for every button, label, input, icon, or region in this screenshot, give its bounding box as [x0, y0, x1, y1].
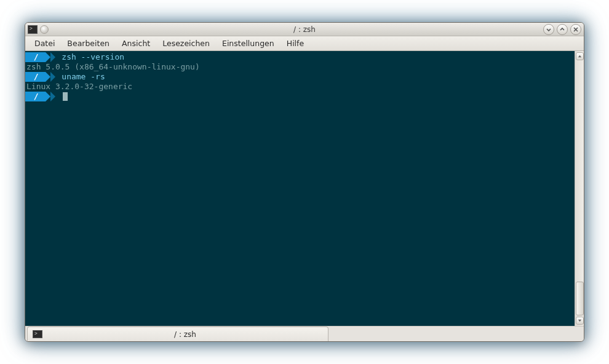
- scrollbar[interactable]: [575, 51, 584, 326]
- command-text: [57, 92, 62, 101]
- prompt-segment: /: [25, 52, 55, 62]
- close-button[interactable]: [570, 24, 581, 35]
- menu-datei[interactable]: Datei: [29, 37, 60, 50]
- terminal-window: / : zsh Datei Bearbeiten Ansicht Lesezei…: [25, 22, 584, 342]
- scroll-track[interactable]: [576, 60, 584, 317]
- maximize-button[interactable]: [557, 24, 568, 35]
- window-title: / : zsh: [25, 25, 584, 34]
- prompt-segment: /: [25, 92, 55, 101]
- scroll-thumb[interactable]: [576, 282, 584, 315]
- terminal-line: zsh 5.0.5 (x86_64-unknown-linux-gnu): [25, 62, 573, 72]
- titlebar[interactable]: / : zsh: [25, 23, 584, 36]
- command-text: zsh --version: [57, 52, 124, 62]
- tab-active[interactable]: / : zsh: [27, 326, 328, 341]
- menu-lesezeichen[interactable]: Lesezeichen: [157, 37, 215, 50]
- app-icon: [28, 25, 38, 34]
- output-text: zsh 5.0.5 (x86_64-unknown-linux-gnu): [25, 62, 200, 72]
- menubar: Datei Bearbeiten Ansicht Lesezeichen Ein…: [25, 36, 584, 51]
- terminal-output[interactable]: / zsh --versionzsh 5.0.5 (x86_64-unknown…: [25, 51, 575, 326]
- menu-hilfe[interactable]: Hilfe: [281, 37, 309, 50]
- pin-icon[interactable]: [40, 25, 49, 34]
- main-area: / zsh --versionzsh 5.0.5 (x86_64-unknown…: [25, 51, 584, 326]
- tab-icon: [33, 330, 42, 338]
- command-text: uname -rs: [57, 72, 105, 82]
- menu-einstellungen[interactable]: Einstellungen: [217, 37, 280, 50]
- terminal-line: / uname -rs: [25, 72, 573, 82]
- scroll-up-button[interactable]: [576, 52, 584, 60]
- tabbar: / : zsh: [25, 326, 584, 341]
- terminal-line: /: [25, 92, 573, 101]
- tab-label: / : zsh: [47, 330, 323, 339]
- terminal-line: / zsh --version: [25, 52, 573, 62]
- cursor-icon: [63, 92, 68, 101]
- scroll-down-button[interactable]: [576, 317, 584, 325]
- prompt-segment: /: [25, 72, 55, 82]
- terminal-line: Linux 3.2.0-32-generic: [25, 82, 573, 92]
- menu-ansicht[interactable]: Ansicht: [116, 37, 156, 50]
- menu-bearbeiten[interactable]: Bearbeiten: [62, 37, 115, 50]
- output-text: Linux 3.2.0-32-generic: [25, 82, 132, 92]
- minimize-button[interactable]: [543, 24, 554, 35]
